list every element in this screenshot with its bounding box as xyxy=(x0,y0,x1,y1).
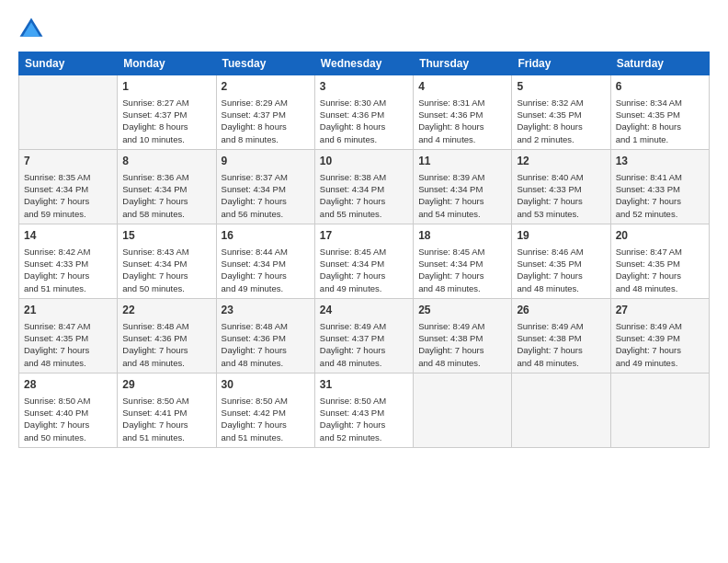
day-info: Sunrise: 8:50 AM Sunset: 4:40 PM Dayligh… xyxy=(24,396,90,442)
day-cell: 7Sunrise: 8:35 AM Sunset: 4:34 PM Daylig… xyxy=(19,149,118,224)
day-info: Sunrise: 8:49 AM Sunset: 4:37 PM Dayligh… xyxy=(320,321,386,368)
day-cell: 17Sunrise: 8:45 AM Sunset: 4:34 PM Dayli… xyxy=(314,224,413,298)
day-cell: 20Sunrise: 8:47 AM Sunset: 4:35 PM Dayli… xyxy=(610,224,709,298)
day-info: Sunrise: 8:50 AM Sunset: 4:42 PM Dayligh… xyxy=(222,396,288,442)
day-info: Sunrise: 8:46 AM Sunset: 4:35 PM Dayligh… xyxy=(517,247,583,293)
day-cell: 5Sunrise: 8:32 AM Sunset: 4:35 PM Daylig… xyxy=(512,75,610,150)
day-info: Sunrise: 8:48 AM Sunset: 4:36 PM Dayligh… xyxy=(222,321,288,368)
day-cell: 4Sunrise: 8:31 AM Sunset: 4:36 PM Daylig… xyxy=(414,75,512,150)
day-number: 29 xyxy=(122,377,210,393)
page: SundayMondayTuesdayWednesdayThursdayFrid… xyxy=(0,0,728,457)
day-number: 17 xyxy=(320,228,408,244)
day-cell: 10Sunrise: 8:38 AM Sunset: 4:34 PM Dayli… xyxy=(314,149,413,224)
day-cell: 31Sunrise: 8:50 AM Sunset: 4:43 PM Dayli… xyxy=(314,373,413,447)
week-row-0: 1Sunrise: 8:27 AM Sunset: 4:37 PM Daylig… xyxy=(19,75,710,150)
day-number: 2 xyxy=(222,79,310,95)
day-cell: 16Sunrise: 8:44 AM Sunset: 4:34 PM Dayli… xyxy=(216,224,314,298)
day-cell: 18Sunrise: 8:45 AM Sunset: 4:34 PM Dayli… xyxy=(414,224,512,298)
day-cell: 13Sunrise: 8:41 AM Sunset: 4:33 PM Dayli… xyxy=(610,149,709,224)
day-number: 11 xyxy=(418,154,506,169)
day-number: 23 xyxy=(222,303,310,318)
day-number: 14 xyxy=(24,228,112,244)
day-number: 8 xyxy=(122,154,210,169)
day-info: Sunrise: 8:38 AM Sunset: 4:34 PM Dayligh… xyxy=(320,172,386,219)
day-cell: 9Sunrise: 8:37 AM Sunset: 4:34 PM Daylig… xyxy=(216,149,314,224)
weekday-header-monday: Monday xyxy=(118,52,216,75)
weekday-header-wednesday: Wednesday xyxy=(314,52,413,75)
day-number: 25 xyxy=(418,303,506,318)
week-row-4: 28Sunrise: 8:50 AM Sunset: 4:40 PM Dayli… xyxy=(19,373,710,447)
header xyxy=(18,17,710,42)
day-info: Sunrise: 8:47 AM Sunset: 4:35 PM Dayligh… xyxy=(24,321,90,368)
day-info: Sunrise: 8:31 AM Sunset: 4:36 PM Dayligh… xyxy=(418,98,484,144)
day-cell: 24Sunrise: 8:49 AM Sunset: 4:37 PM Dayli… xyxy=(314,298,413,373)
day-cell: 29Sunrise: 8:50 AM Sunset: 4:41 PM Dayli… xyxy=(118,373,216,447)
day-info: Sunrise: 8:47 AM Sunset: 4:35 PM Dayligh… xyxy=(616,247,682,293)
day-number: 30 xyxy=(222,377,310,393)
day-info: Sunrise: 8:39 AM Sunset: 4:34 PM Dayligh… xyxy=(418,172,484,219)
day-number: 20 xyxy=(616,228,704,244)
day-number: 13 xyxy=(616,154,704,169)
day-info: Sunrise: 8:44 AM Sunset: 4:34 PM Dayligh… xyxy=(222,247,288,293)
day-number: 6 xyxy=(616,79,704,95)
day-cell: 8Sunrise: 8:36 AM Sunset: 4:34 PM Daylig… xyxy=(118,149,216,224)
day-number: 1 xyxy=(122,79,210,95)
day-number: 21 xyxy=(24,303,112,318)
day-info: Sunrise: 8:42 AM Sunset: 4:33 PM Dayligh… xyxy=(24,247,90,293)
day-number: 7 xyxy=(24,154,112,169)
day-number: 22 xyxy=(122,303,210,318)
day-info: Sunrise: 8:49 AM Sunset: 4:38 PM Dayligh… xyxy=(418,321,484,368)
day-number: 26 xyxy=(517,303,605,318)
day-cell: 26Sunrise: 8:49 AM Sunset: 4:38 PM Dayli… xyxy=(512,298,610,373)
calendar-table: SundayMondayTuesdayWednesdayThursdayFrid… xyxy=(18,52,710,448)
day-number: 19 xyxy=(517,228,605,244)
day-info: Sunrise: 8:50 AM Sunset: 4:41 PM Dayligh… xyxy=(122,396,188,442)
weekday-header-saturday: Saturday xyxy=(610,52,709,75)
day-cell xyxy=(512,373,610,447)
weekday-header-friday: Friday xyxy=(512,52,610,75)
day-info: Sunrise: 8:48 AM Sunset: 4:36 PM Dayligh… xyxy=(122,321,188,368)
day-cell: 25Sunrise: 8:49 AM Sunset: 4:38 PM Dayli… xyxy=(414,298,512,373)
day-cell xyxy=(414,373,512,447)
day-info: Sunrise: 8:49 AM Sunset: 4:38 PM Dayligh… xyxy=(517,321,583,368)
day-cell: 30Sunrise: 8:50 AM Sunset: 4:42 PM Dayli… xyxy=(216,373,314,447)
day-info: Sunrise: 8:43 AM Sunset: 4:34 PM Dayligh… xyxy=(122,247,188,293)
day-cell: 2Sunrise: 8:29 AM Sunset: 4:37 PM Daylig… xyxy=(216,75,314,150)
logo-icon xyxy=(18,17,44,42)
day-number: 5 xyxy=(517,79,605,95)
day-number: 18 xyxy=(418,228,506,244)
day-cell: 6Sunrise: 8:34 AM Sunset: 4:35 PM Daylig… xyxy=(610,75,709,150)
weekday-header-sunday: Sunday xyxy=(19,52,118,75)
day-cell: 23Sunrise: 8:48 AM Sunset: 4:36 PM Dayli… xyxy=(216,298,314,373)
day-number: 10 xyxy=(320,154,408,169)
day-cell: 11Sunrise: 8:39 AM Sunset: 4:34 PM Dayli… xyxy=(414,149,512,224)
day-cell: 12Sunrise: 8:40 AM Sunset: 4:33 PM Dayli… xyxy=(512,149,610,224)
week-row-3: 21Sunrise: 8:47 AM Sunset: 4:35 PM Dayli… xyxy=(19,298,710,373)
day-info: Sunrise: 8:41 AM Sunset: 4:33 PM Dayligh… xyxy=(616,172,682,219)
week-row-1: 7Sunrise: 8:35 AM Sunset: 4:34 PM Daylig… xyxy=(19,149,710,224)
day-info: Sunrise: 8:30 AM Sunset: 4:36 PM Dayligh… xyxy=(320,98,386,144)
day-info: Sunrise: 8:29 AM Sunset: 4:37 PM Dayligh… xyxy=(222,98,288,144)
day-number: 15 xyxy=(122,228,210,244)
day-info: Sunrise: 8:32 AM Sunset: 4:35 PM Dayligh… xyxy=(517,98,583,144)
day-info: Sunrise: 8:45 AM Sunset: 4:34 PM Dayligh… xyxy=(320,247,386,293)
day-info: Sunrise: 8:37 AM Sunset: 4:34 PM Dayligh… xyxy=(222,172,288,219)
day-number: 3 xyxy=(320,79,408,95)
day-cell: 21Sunrise: 8:47 AM Sunset: 4:35 PM Dayli… xyxy=(19,298,118,373)
day-cell xyxy=(19,75,118,150)
day-number: 27 xyxy=(616,303,704,318)
day-number: 4 xyxy=(418,79,506,95)
day-info: Sunrise: 8:40 AM Sunset: 4:33 PM Dayligh… xyxy=(517,172,583,219)
weekday-header-tuesday: Tuesday xyxy=(216,52,314,75)
day-cell: 14Sunrise: 8:42 AM Sunset: 4:33 PM Dayli… xyxy=(19,224,118,298)
day-info: Sunrise: 8:45 AM Sunset: 4:34 PM Dayligh… xyxy=(418,247,484,293)
week-row-2: 14Sunrise: 8:42 AM Sunset: 4:33 PM Dayli… xyxy=(19,224,710,298)
day-info: Sunrise: 8:27 AM Sunset: 4:37 PM Dayligh… xyxy=(122,98,188,144)
day-number: 24 xyxy=(320,303,408,318)
day-cell: 1Sunrise: 8:27 AM Sunset: 4:37 PM Daylig… xyxy=(118,75,216,150)
day-number: 12 xyxy=(517,154,605,169)
day-number: 9 xyxy=(222,154,310,169)
day-cell: 19Sunrise: 8:46 AM Sunset: 4:35 PM Dayli… xyxy=(512,224,610,298)
day-cell xyxy=(610,373,709,447)
day-number: 16 xyxy=(222,228,310,244)
